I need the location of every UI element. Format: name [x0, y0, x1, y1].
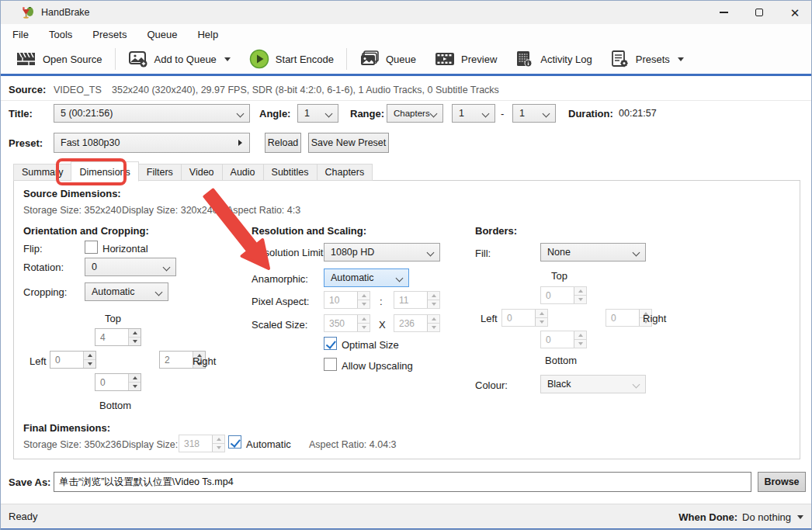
tab-subtitles[interactable]: Subtitles [263, 164, 318, 181]
open-source-label: Open Source [43, 54, 102, 65]
source-storage-size: Storage Size: 352x240 [23, 205, 121, 216]
handbrake-logo-icon [21, 5, 35, 19]
border-bottom-label: Bottom [545, 355, 577, 366]
menu-help[interactable]: Help [187, 26, 228, 43]
tab-video[interactable]: Video [181, 164, 223, 181]
save-as-input[interactable] [54, 472, 751, 492]
when-done-label: When Done: [678, 511, 737, 523]
final-storage-size: Storage Size: 350x236 [23, 439, 121, 450]
source-name: VIDEO_TS [54, 85, 102, 95]
spin-up-icon[interactable] [84, 352, 95, 360]
pixel-aspect-label: Pixel Aspect: [252, 296, 309, 307]
divider [1, 100, 812, 101]
presets-gear-icon [611, 50, 630, 68]
preview-label: Preview [461, 54, 497, 65]
anamorphic-select[interactable]: Automatic [324, 268, 409, 287]
optimal-size-checkbox[interactable] [324, 337, 337, 350]
angle-select[interactable]: 1 [297, 104, 338, 123]
cropping-label: Cropping: [23, 286, 67, 298]
minimize-button[interactable] [706, 1, 741, 24]
angle-label: Angle: [259, 108, 290, 120]
crop-bottom-stepper[interactable]: 0 [95, 373, 141, 391]
menu-presets[interactable]: Presets [82, 26, 137, 43]
presets-button[interactable]: Presets [602, 46, 693, 72]
tab-summary[interactable]: Summary [13, 164, 71, 181]
crop-top-stepper[interactable]: 4 [95, 328, 141, 346]
spin-down-icon[interactable] [129, 383, 141, 390]
browse-button[interactable]: Browse [758, 472, 806, 492]
queue-label: Queue [386, 54, 416, 65]
final-aspect-ratio: Aspect Ratio: 4.04:3 [309, 439, 397, 450]
queue-button[interactable]: Queue [350, 46, 425, 72]
spin-up-icon[interactable] [129, 329, 141, 338]
flip-horizontal-checkbox[interactable] [85, 241, 98, 254]
menu-queue[interactable]: Queue [137, 26, 187, 43]
spin-down-icon [574, 296, 586, 303]
spin-down-icon [574, 340, 586, 348]
when-done-value: Do nothing [742, 511, 791, 523]
toolbar-separator [115, 48, 116, 70]
title-select[interactable]: 5 (00:21:56) [54, 104, 250, 123]
spin-up-icon[interactable] [129, 374, 141, 383]
scaled-size-label: Scaled Size: [252, 319, 307, 331]
spin-down-icon[interactable] [129, 338, 141, 345]
add-to-queue-button[interactable]: Add to Queue [119, 46, 240, 72]
preview-button[interactable]: Preview [425, 46, 506, 72]
chevron-down-icon [678, 57, 684, 61]
chevron-down-icon [430, 110, 438, 118]
border-right-label: Right [643, 313, 666, 324]
resolution-heading: Resolution and Scaling: [252, 225, 366, 237]
save-as-label: Save As: [9, 476, 50, 488]
spin-down-icon[interactable] [84, 360, 95, 368]
final-automatic-checkbox[interactable] [228, 435, 241, 449]
fill-select[interactable]: None [540, 243, 646, 262]
close-button[interactable]: ✕ [777, 1, 812, 24]
allow-upscaling-checkbox[interactable] [324, 358, 337, 371]
tab-audio[interactable]: Audio [222, 164, 264, 181]
tab-dimensions[interactable]: Dimensions [71, 161, 138, 182]
tab-chapters[interactable]: Chapters [317, 164, 373, 181]
toolbar-separator [346, 48, 347, 70]
pixel-aspect-width-stepper: 10 [324, 291, 370, 309]
resolution-limit-select[interactable]: 1080p HD [324, 243, 440, 262]
log-document-icon [515, 50, 534, 68]
tab-filters[interactable]: Filters [138, 164, 182, 181]
source-dimensions-heading: Source Dimensions: [23, 188, 121, 199]
range-to-select[interactable]: 1 [512, 104, 556, 123]
allow-upscaling-label: Allow Upscaling [342, 360, 413, 372]
range-from-select[interactable]: 1 [452, 104, 495, 123]
spin-down-icon [358, 300, 370, 308]
preset-select[interactable]: Fast 1080p30 [54, 133, 250, 153]
film-preview-icon [435, 51, 455, 67]
range-type-select[interactable]: Chapters [387, 104, 443, 123]
spin-up-icon [358, 292, 370, 300]
menu-tools[interactable]: Tools [39, 26, 82, 43]
when-done-control[interactable]: When Done: Do nothing [678, 504, 803, 529]
minimize-icon [720, 12, 728, 13]
chevron-down-icon [224, 57, 231, 61]
crop-left-stepper[interactable]: 0 [50, 351, 96, 369]
start-encode-button[interactable]: Start Encode [240, 46, 343, 72]
open-source-button[interactable]: Open Source [7, 46, 112, 72]
crop-right-label: Right [193, 355, 216, 367]
maximize-button[interactable] [741, 1, 777, 24]
spin-up-icon [358, 315, 370, 324]
chevron-down-icon [543, 110, 550, 118]
anamorphic-label: Anamorphic: [252, 273, 308, 285]
title-label: Title: [9, 108, 33, 120]
chevron-down-icon [633, 249, 640, 257]
chevron-down-icon [427, 249, 435, 257]
reload-button[interactable]: Reload [265, 133, 301, 153]
pixel-aspect-separator: : [380, 296, 383, 307]
scaled-size-separator: X [379, 319, 386, 331]
spin-up-icon [574, 287, 586, 296]
cropping-select[interactable]: Automatic [85, 282, 168, 301]
activity-log-button[interactable]: Activity Log [506, 46, 601, 72]
menu-file[interactable]: File [2, 26, 39, 43]
chevron-down-icon [325, 110, 333, 118]
dimensions-panel: Source Dimensions: Storage Size: 352x240… [13, 180, 800, 459]
tab-strip: Summary Dimensions Filters Video Audio S… [13, 161, 373, 181]
save-new-preset-button[interactable]: Save New Preset [308, 133, 389, 153]
rotation-select[interactable]: 0 [85, 258, 176, 276]
optimal-size-label: Optimal Size [342, 339, 399, 351]
